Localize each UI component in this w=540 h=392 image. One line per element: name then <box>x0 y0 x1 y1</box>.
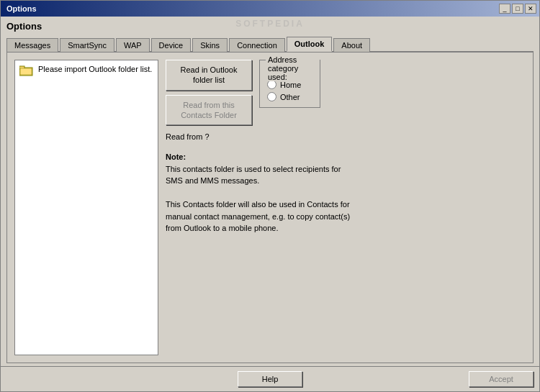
tab-outlook[interactable]: Outlook <box>287 37 333 52</box>
bottom-btn-area: Help Accept <box>6 371 534 387</box>
note-section: Note: This contacts folder is used to se… <box>166 151 526 234</box>
help-button[interactable]: Help <box>238 371 302 387</box>
read-from-label: Read from ? <box>166 132 526 141</box>
options-window: Options _ □ ✕ Options Messages SmartSync… <box>0 0 540 392</box>
note-line2: SMS and MMS messages. <box>166 175 526 187</box>
dialog-title: Options <box>6 21 534 32</box>
note-line1: This contacts folder is used to select r… <box>166 163 526 176</box>
note-title: Note: <box>166 152 186 161</box>
note-line4: This Contacts folder will also be used i… <box>166 199 526 211</box>
radio-other[interactable]: Other <box>267 92 312 101</box>
svg-rect-2 <box>20 68 32 75</box>
note-line6: from Outlook to a mobile phone. <box>166 222 526 234</box>
right-panel: Read in Outlookfolder list Read from thi… <box>166 60 526 355</box>
window-title: Options <box>4 4 37 13</box>
buttons-col: Read in Outlookfolder list Read from thi… <box>166 60 252 125</box>
tab-device[interactable]: Device <box>151 38 192 52</box>
tab-smartsync[interactable]: SmartSync <box>60 38 114 52</box>
read-in-outlook-button[interactable]: Read in Outlookfolder list <box>166 60 252 91</box>
bottom-bar: Help Accept <box>1 366 539 391</box>
tab-connection[interactable]: Connection <box>229 38 285 52</box>
read-from-contacts-button[interactable]: Read from thisContacts Folder <box>166 95 252 126</box>
accept-button[interactable]: Accept <box>469 371 534 387</box>
tab-about[interactable]: About <box>333 38 370 52</box>
title-bar: Options _ □ ✕ <box>1 1 539 17</box>
folder-list-panel: Please import Outlook folder list. <box>14 60 158 355</box>
tab-skins[interactable]: Skins <box>192 38 228 52</box>
folder-icon <box>19 65 34 76</box>
right-top: Read in Outlookfolder list Read from thi… <box>166 60 526 125</box>
import-message: Please import Outlook folder list. <box>38 65 152 73</box>
content-area: Options Messages SmartSync WAP Device Sk… <box>1 17 539 366</box>
note-line5: manual contact management, e.g. to copy … <box>166 211 526 223</box>
address-category-group: Address category used: Business Home <box>259 60 320 108</box>
title-bar-buttons: _ □ ✕ <box>499 4 536 14</box>
tab-content-outlook: Please import Outlook folder list. Read … <box>6 53 534 363</box>
tab-main: Please import Outlook folder list. Read … <box>14 60 526 355</box>
tab-wap[interactable]: WAP <box>116 38 150 52</box>
close-button[interactable]: ✕ <box>525 4 536 14</box>
minimize-button[interactable]: _ <box>499 4 510 14</box>
tabs-bar: Messages SmartSync WAP Device Skins Conn… <box>6 36 534 53</box>
address-legend: Address category used: <box>266 55 320 81</box>
tab-messages[interactable]: Messages <box>6 38 58 52</box>
maximize-button[interactable]: □ <box>512 4 523 14</box>
